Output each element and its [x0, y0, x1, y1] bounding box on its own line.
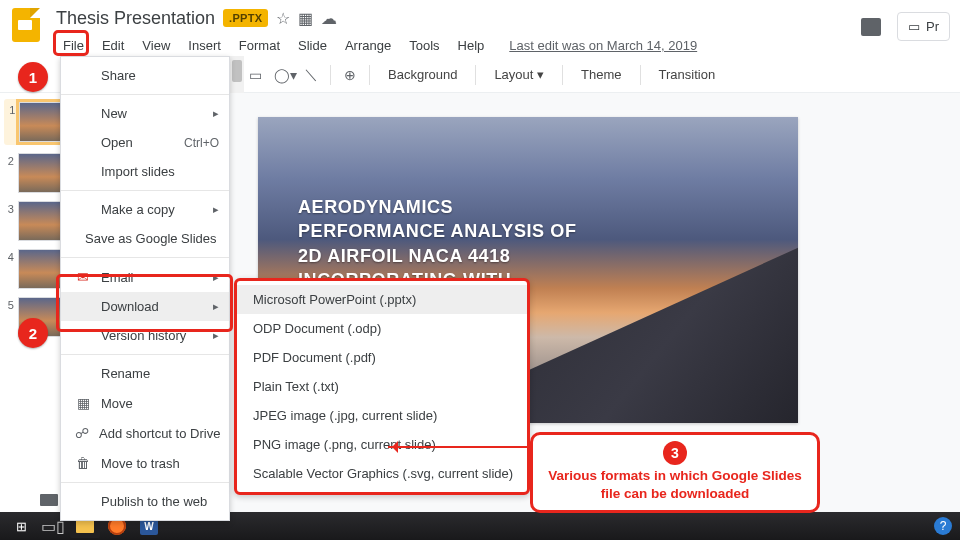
start-button[interactable]: ⊞	[6, 514, 36, 538]
pptx-badge: .PPTX	[223, 9, 268, 27]
present-button[interactable]: ▭ Pr	[897, 12, 950, 41]
comments-icon[interactable]	[861, 18, 881, 36]
comment-add-icon[interactable]: ⊕	[341, 67, 359, 83]
menu-insert[interactable]: Insert	[181, 34, 228, 57]
help-tray-icon[interactable]: ?	[934, 517, 952, 535]
slides-logo	[12, 8, 48, 44]
file-move[interactable]: ▦Move	[61, 388, 229, 418]
file-version-history[interactable]: Version history▸	[61, 321, 229, 350]
shape-icon[interactable]: ◯▾	[274, 67, 292, 83]
last-edit-link[interactable]: Last edit was on March 14, 2019	[509, 38, 697, 53]
file-new[interactable]: New▸	[61, 99, 229, 128]
star-icon[interactable]: ☆	[276, 9, 290, 28]
file-trash[interactable]: 🗑Move to trash	[61, 448, 229, 478]
annotation-badge-3: 3	[663, 441, 687, 465]
transition-button[interactable]: Transition	[651, 63, 724, 86]
download-pdf[interactable]: PDF Document (.pdf)	[237, 343, 527, 372]
annotation-badge-2: 2	[18, 318, 48, 348]
menu-bar: File Edit View Insert Format Slide Arran…	[56, 34, 952, 57]
menu-tools[interactable]: Tools	[402, 34, 446, 57]
file-open[interactable]: OpenCtrl+O	[61, 128, 229, 157]
menu-slide[interactable]: Slide	[291, 34, 334, 57]
layout-button[interactable]: Layout ▾	[486, 63, 552, 86]
download-odp[interactable]: ODP Document (.odp)	[237, 314, 527, 343]
file-save-google[interactable]: Save as Google Slides	[61, 224, 229, 253]
file-rename[interactable]: Rename	[61, 359, 229, 388]
download-png[interactable]: PNG image (.png, current slide)	[237, 430, 527, 459]
app-header: Thesis Presentation .PPTX ☆ ▦ ☁ File Edi…	[0, 0, 960, 57]
cloud-status-icon[interactable]: ☁	[321, 9, 337, 28]
line-icon[interactable]: ＼	[302, 66, 320, 84]
background-button[interactable]: Background	[380, 63, 465, 86]
menu-help[interactable]: Help	[451, 34, 492, 57]
annotation-callout: 3 Various formats in which Google Slides…	[530, 432, 820, 513]
textbox-icon[interactable]: ▭	[246, 67, 264, 83]
annotation-arrow	[388, 446, 528, 448]
menu-format[interactable]: Format	[232, 34, 287, 57]
file-publish[interactable]: Publish to the web	[61, 487, 229, 516]
annotation-text: Various formats in which Google Slides f…	[543, 467, 807, 502]
present-icon: ▭	[908, 19, 920, 34]
download-svg[interactable]: Scalable Vector Graphics (.svg, current …	[237, 459, 527, 488]
menu-arrange[interactable]: Arrange	[338, 34, 398, 57]
download-submenu: Microsoft PowerPoint (.pptx) ODP Documen…	[234, 278, 530, 495]
move-folder-icon[interactable]: ▦	[298, 9, 313, 28]
file-share[interactable]: Share	[61, 61, 229, 90]
file-make-copy[interactable]: Make a copy▸	[61, 195, 229, 224]
file-email[interactable]: ✉Email▸	[61, 262, 229, 292]
menu-edit[interactable]: Edit	[95, 34, 131, 57]
menu-view[interactable]: View	[135, 34, 177, 57]
download-pptx[interactable]: Microsoft PowerPoint (.pptx)	[237, 285, 527, 314]
file-add-shortcut[interactable]: ☍Add shortcut to Drive	[61, 418, 229, 448]
download-jpg[interactable]: JPEG image (.jpg, current slide)	[237, 401, 527, 430]
menu-file[interactable]: File	[56, 34, 91, 57]
download-txt[interactable]: Plain Text (.txt)	[237, 372, 527, 401]
theme-button[interactable]: Theme	[573, 63, 629, 86]
file-menu-dropdown: Share New▸ OpenCtrl+O Import slides Make…	[60, 56, 230, 521]
annotation-badge-1: 1	[18, 62, 48, 92]
view-mode-icons[interactable]	[40, 494, 58, 506]
file-import[interactable]: Import slides	[61, 157, 229, 186]
document-title[interactable]: Thesis Presentation	[56, 8, 215, 29]
file-download[interactable]: Download▸	[61, 292, 229, 321]
